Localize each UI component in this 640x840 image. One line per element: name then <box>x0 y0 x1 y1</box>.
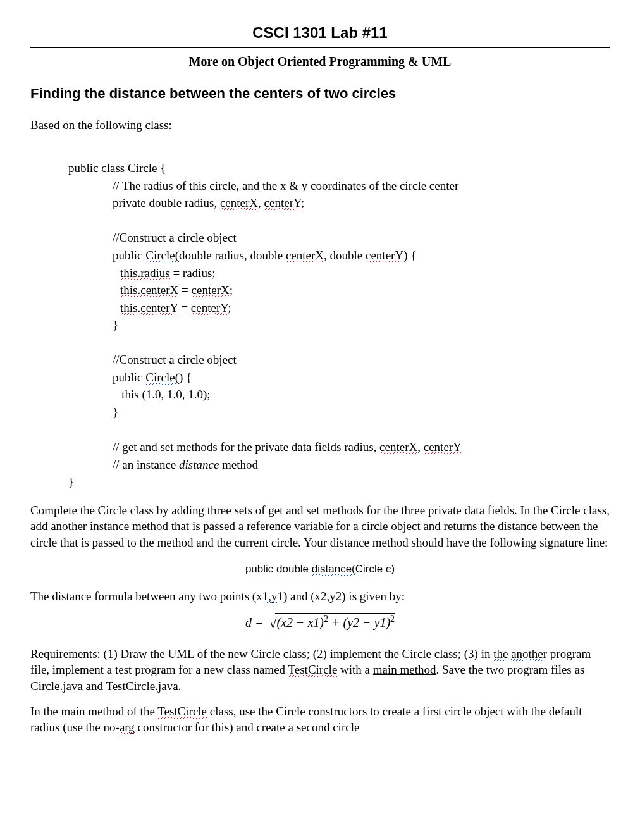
header-divider <box>30 47 610 48</box>
code-line: } <box>68 316 118 334</box>
course-title: CSCI 1301 Lab #11 <box>30 23 610 43</box>
code-line: this.radius = radius; <box>68 264 216 282</box>
code-line: // an instance distance method <box>68 456 258 474</box>
code-line: public Circle() { <box>68 369 192 386</box>
code-line: this (1.0, 1.0, 1.0); <box>68 386 211 404</box>
code-line: public class Circle { <box>68 161 166 175</box>
code-line: // The radius of this circle, and the x … <box>68 177 458 195</box>
method-signature: public double distance(Circle c) <box>30 562 610 577</box>
code-line: private double radius, centerX, centerY; <box>68 194 304 212</box>
section-heading: Finding the distance between the centers… <box>30 84 610 103</box>
code-line: this.centerY = centerY; <box>68 299 231 317</box>
code-line: //Construct a circle object <box>68 351 237 369</box>
document-subtitle: More on Object Oriented Programming & UM… <box>30 53 610 70</box>
paragraph: Complete the Circle class by adding thre… <box>30 502 610 551</box>
code-line: // get and set methods for the private d… <box>68 438 462 456</box>
intro-paragraph: Based on the following class: <box>30 117 610 133</box>
paragraph: In the main method of the TestCircle cla… <box>30 703 610 736</box>
code-line: } <box>68 404 118 421</box>
code-line: public Circle(double radius, double cent… <box>68 247 416 264</box>
code-line: } <box>68 475 74 488</box>
paragraph: The distance formula between any two poi… <box>30 588 610 605</box>
code-line: this.centerX = centerX; <box>68 281 233 299</box>
distance-formula: d = √(x2 − x1)2 + (y2 − y1)2 <box>30 613 610 632</box>
code-line: //Construct a circle object <box>68 229 237 247</box>
paragraph: Requirements: (1) Draw the UML of the ne… <box>30 646 610 695</box>
code-block: public class Circle { // The radius of t… <box>68 142 610 491</box>
